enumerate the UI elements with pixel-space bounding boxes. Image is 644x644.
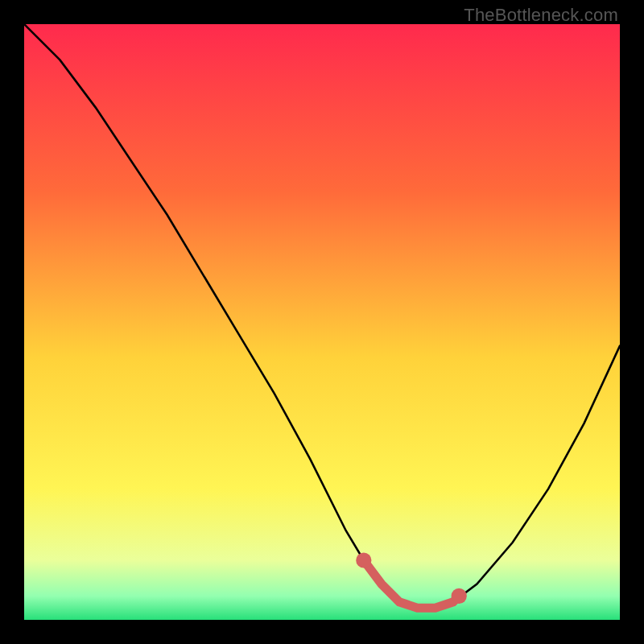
- plot-area: [24, 24, 620, 620]
- chart-frame: TheBottleneck.com: [0, 0, 644, 644]
- curve-layer: [24, 24, 620, 620]
- highlight-left-end-marker: [356, 552, 371, 568]
- low-bottleneck-range: [364, 560, 459, 608]
- bottleneck-curve: [24, 24, 620, 608]
- highlight-right-end-marker: [452, 588, 467, 604]
- watermark-text: TheBottleneck.com: [464, 5, 618, 26]
